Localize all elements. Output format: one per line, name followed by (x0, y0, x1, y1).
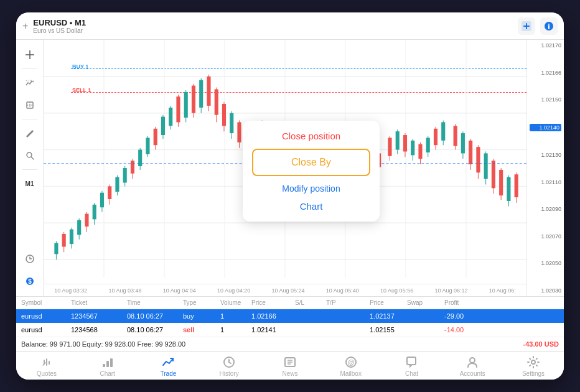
nav-accounts-label: Accounts (460, 370, 485, 377)
close-position-title: Close position (282, 131, 340, 141)
svg-rect-76 (237, 122, 241, 142)
svg-rect-145 (106, 361, 109, 367)
col-tp: T/P (326, 299, 370, 306)
svg-rect-28 (54, 243, 58, 254)
nav-chat[interactable]: Chat (395, 355, 429, 377)
clock-tool[interactable] (20, 249, 40, 269)
price-1: 1.02170 (530, 42, 561, 49)
table-row[interactable]: eurusd 1234568 08.10 06:27 sell 1 1.0214… (16, 323, 564, 337)
col-symbol: Symbol (21, 299, 71, 306)
svg-rect-110 (388, 138, 391, 156)
svg-rect-132 (476, 147, 480, 172)
chart-icon (101, 355, 115, 369)
modify-position-link[interactable]: Modify position (282, 184, 340, 194)
chart-header-info: EURUSD • M1 Euro vs US Dollar (33, 18, 86, 34)
time-label-4: 10 Aug 04:20 (217, 287, 250, 294)
timeframe-m1[interactable]: M1 (20, 174, 40, 194)
svg-rect-40 (100, 193, 104, 208)
row2-ticket: 1234568 (71, 326, 127, 334)
mailbox-icon: @ (344, 355, 358, 369)
svg-rect-66 (199, 80, 203, 108)
device-container: + EURUSD • M1 Euro vs US Dollar (16, 12, 564, 380)
svg-rect-140 (507, 177, 510, 201)
nav-mailbox[interactable]: @ Mailbox (334, 355, 368, 377)
row1-time: 08.10 06:27 (127, 312, 183, 320)
price-alert-tool[interactable]: $ (20, 271, 40, 291)
nav-settings[interactable]: Settings (517, 355, 551, 377)
svg-rect-142 (515, 174, 518, 197)
svg-rect-44 (115, 177, 119, 192)
svg-rect-144 (103, 364, 105, 367)
nav-history-label: History (220, 370, 239, 377)
toolbar-separator-3 (22, 169, 37, 170)
nav-mailbox-label: Mailbox (340, 370, 361, 377)
col-price: Price (251, 299, 295, 306)
svg-rect-118 (418, 144, 422, 159)
accounts-icon (465, 355, 479, 369)
balance-text: Balance: 99 971.00 Equity: 99 928.00 Fre… (21, 340, 185, 348)
row1-volume: 1 (220, 312, 251, 320)
chart-header: + EURUSD • M1 Euro vs US Dollar (16, 12, 564, 40)
svg-rect-114 (403, 135, 407, 151)
trade-icon (161, 355, 175, 369)
time-label-6: 10 Aug 05:40 (326, 287, 359, 294)
svg-rect-32 (70, 230, 73, 245)
table-header: Symbol Ticket Time Type Volume Price S/L… (16, 297, 564, 309)
info-button[interactable] (540, 17, 558, 35)
timeframe-label: M1 (26, 180, 34, 187)
context-menu: Close position Close By Modify position … (243, 121, 380, 222)
nav-accounts[interactable]: Accounts (456, 355, 490, 377)
price-scale: 1.02170 1.02166 1.02150 1.02140 1.02130 … (526, 40, 564, 296)
search-tool[interactable] (20, 146, 40, 166)
table-row[interactable]: eurusd 1234567 08.10 06:27 buy 1 1.02166… (16, 309, 564, 323)
row2-symbol: eurusd (21, 326, 71, 334)
svg-rect-56 (161, 117, 165, 135)
col-time: Time (127, 299, 183, 306)
svg-rect-72 (222, 104, 226, 126)
svg-rect-54 (154, 129, 157, 145)
menu-icon[interactable]: + (22, 21, 28, 32)
svg-point-2 (548, 24, 550, 25)
svg-rect-128 (461, 133, 465, 153)
nav-quotes[interactable]: Quotes (29, 355, 63, 377)
row2-type: sell (183, 326, 220, 334)
svg-rect-120 (426, 138, 430, 152)
svg-rect-122 (434, 129, 437, 145)
svg-rect-58 (169, 108, 172, 126)
nav-chart[interactable]: Chart (90, 355, 124, 377)
svg-rect-48 (131, 161, 134, 174)
time-axis: 10 Aug 03:32 10 Aug 03:48 10 Aug 04:04 1… (44, 284, 526, 296)
nav-quotes-label: Quotes (37, 370, 57, 377)
price-4: 1.02130 (530, 152, 561, 158)
price-6: 1.02090 (530, 206, 561, 212)
svg-rect-130 (469, 141, 472, 164)
svg-rect-124 (441, 122, 445, 140)
svg-rect-146 (110, 358, 113, 367)
quotes-icon (40, 355, 54, 369)
pen-tool[interactable] (20, 123, 40, 143)
svg-text:$: $ (28, 278, 32, 285)
balance-bar: Balance: 99 971.00 Equity: 99 928.00 Fre… (16, 337, 564, 351)
svg-rect-42 (108, 186, 111, 199)
crosshair-tool[interactable] (20, 45, 40, 65)
nav-chat-label: Chat (405, 370, 418, 377)
time-label-7: 10 Aug 05:56 (380, 287, 413, 294)
settings-icon (526, 355, 540, 369)
nav-trade[interactable]: Trade (151, 355, 185, 377)
svg-rect-64 (192, 86, 195, 113)
nav-news[interactable]: News (273, 355, 307, 377)
chart-area[interactable]: BUY 1 SELL 1 (44, 40, 526, 296)
add-chart-button[interactable] (518, 17, 535, 35)
close-by-button[interactable]: Close By (252, 149, 370, 176)
indicator-tool[interactable] (20, 73, 40, 93)
chart-popup-label[interactable]: Chart (300, 201, 323, 212)
drawing-tool[interactable] (20, 95, 40, 115)
svg-rect-46 (123, 168, 127, 183)
col-profit: Profit (444, 299, 482, 306)
header-icons (518, 17, 558, 35)
nav-history[interactable]: History (212, 355, 246, 377)
time-label-5: 10 Aug 05:24 (271, 287, 304, 294)
row2-profit: -14.00 (444, 326, 482, 334)
col-curprice: Price (370, 299, 407, 306)
nav-trade-label: Trade (161, 370, 177, 377)
